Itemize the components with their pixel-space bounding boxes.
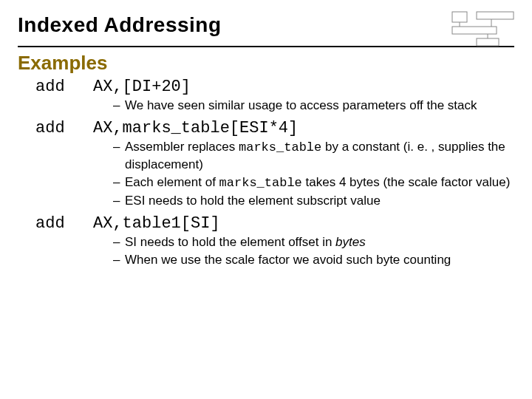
content-area: add AX,[DI+20] We have seen similar usag… xyxy=(0,78,532,269)
operands: AX,[DI+20] xyxy=(93,78,191,96)
svg-rect-3 xyxy=(477,38,499,46)
svg-rect-1 xyxy=(477,12,514,19)
opcode: add xyxy=(35,119,80,137)
operands: AX,table1[SI] xyxy=(93,214,220,233)
bullet: Each element of marks_table takes 4 byte… xyxy=(113,174,511,192)
code-line: add AX,table1[SI] xyxy=(35,214,511,233)
bullet-mono: marks_table xyxy=(219,176,302,190)
bullet-list: SI needs to hold the element offset in b… xyxy=(35,234,511,269)
operands: AX,marks_table[ESI*4] xyxy=(93,119,298,137)
bullet-mono: marks_table xyxy=(239,140,321,154)
code-line: add AX,[DI+20] xyxy=(35,78,511,96)
bullet-ital: bytes xyxy=(335,235,366,249)
slide-subhead: Examples xyxy=(0,52,532,76)
slide: Indexed Addressing Examples add AX,[DI+2… xyxy=(0,0,532,399)
bullet-list: We have seen similar usage to access par… xyxy=(35,98,511,115)
bullet: SI needs to hold the element offset in b… xyxy=(113,234,511,251)
bullet-text-pre: SI needs to hold the element offset in xyxy=(125,235,335,249)
bullet: ESI needs to hold the element subscript … xyxy=(113,193,511,210)
bullet-text-pre: Assembler replaces xyxy=(125,140,239,154)
bullet-list: Assembler replaces marks_table by a cons… xyxy=(35,139,511,210)
opcode: add xyxy=(35,214,80,233)
bullet-text-pre: Each element of xyxy=(125,175,219,189)
architecture-diagram-icon xyxy=(451,10,517,49)
svg-rect-2 xyxy=(452,27,497,34)
bullet: Assembler replaces marks_table by a cons… xyxy=(113,139,511,174)
title-rule xyxy=(18,46,514,47)
slide-title: Indexed Addressing xyxy=(18,13,514,37)
svg-rect-0 xyxy=(452,12,467,22)
bullet: We have seen similar usage to access par… xyxy=(113,98,511,115)
bullet-text-post: takes 4 bytes (the scale factor value) xyxy=(302,175,511,189)
opcode: add xyxy=(35,78,80,96)
bullet: When we use the scale factor we avoid su… xyxy=(113,252,511,269)
code-line: add AX,marks_table[ESI*4] xyxy=(35,119,511,137)
